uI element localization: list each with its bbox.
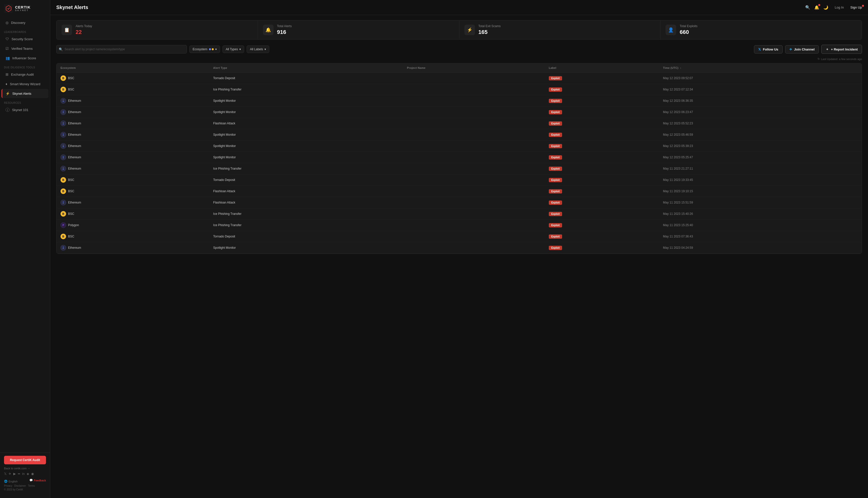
- exploit-badge: Exploit: [549, 189, 562, 194]
- cell-project-name: [403, 73, 545, 84]
- terms-link[interactable]: Terms: [28, 484, 35, 487]
- ecosystem-icon: B: [61, 188, 66, 194]
- col-time[interactable]: Time (UTC) ↕: [659, 63, 862, 73]
- table-row[interactable]: Ξ Ethereum Flashloan Attack Exploit May …: [56, 118, 862, 129]
- ecosystem-icon: B: [61, 211, 66, 217]
- table-row[interactable]: Ξ Ethereum Spotlight Monitor Exploit May…: [56, 242, 862, 253]
- table-row[interactable]: Ξ Ethereum Spotlight Monitor Exploit May…: [56, 129, 862, 141]
- language-selector[interactable]: 🌐 English: [4, 480, 17, 483]
- table-row[interactable]: Ξ Ethereum Ice Phishing Transfer Exploit…: [56, 163, 862, 174]
- cell-ecosystem: B BSC: [56, 186, 209, 197]
- grid-icon: ⊞: [5, 73, 9, 76]
- ecosystem-icon: B: [61, 87, 66, 92]
- cell-project-name: [403, 118, 545, 129]
- types-filter[interactable]: All Types ▾: [223, 45, 244, 53]
- discord-icon[interactable]: ◈: [27, 472, 29, 476]
- search-icon[interactable]: 🔍: [805, 5, 810, 10]
- cell-project-name: [403, 84, 545, 95]
- cell-ecosystem: Ξ Ethereum: [56, 106, 209, 118]
- cell-alert-type: Spotlight Monitor: [209, 106, 403, 118]
- logo-skynet-text: SKYNET: [15, 9, 31, 12]
- cell-ecosystem: B BSC: [56, 231, 209, 242]
- table-row[interactable]: B BSC Ice Phishing Transfer Exploit May …: [56, 208, 862, 220]
- cell-time: May 11 2023 15:51:59: [659, 197, 862, 208]
- stat-total-exploits: 👤 Total Exploits 660: [660, 21, 862, 39]
- ecosystem-icon: Ξ: [61, 155, 66, 160]
- dark-mode-icon[interactable]: 🌙: [823, 5, 828, 10]
- sidebar-item-skynet-101[interactable]: i Skynet 101: [1, 105, 49, 114]
- search-input[interactable]: [56, 45, 187, 53]
- cell-time: May 12 2023 05:46:59: [659, 129, 862, 141]
- feedback-link[interactable]: 💬 Feedback: [29, 479, 46, 482]
- sidebar-item-security-score[interactable]: 🛡 Security Score: [1, 35, 49, 43]
- sidebar-item-influencer-score[interactable]: 👥 Influencer Score: [1, 53, 49, 63]
- refresh-icon: ↻: [817, 57, 820, 61]
- table-row[interactable]: B BSC Ice Phishing Transfer Exploit May …: [56, 84, 862, 95]
- table-row[interactable]: B BSC Tornado Deposit Exploit May 11 202…: [56, 231, 862, 242]
- cell-time: May 11 2023 04:24:59: [659, 242, 862, 253]
- sidebar-item-verified-teams[interactable]: ☑ Verified Teams: [1, 44, 49, 53]
- table-row[interactable]: P Polygon Ice Phishing Transfer Exploit …: [56, 220, 862, 231]
- cell-alert-type: Ice Phishing Transfer: [209, 163, 403, 174]
- col-ecosystem: Ecosystem: [56, 63, 209, 73]
- total-alerts-icon: 🔔: [263, 25, 273, 35]
- ecosystem-icon: Ξ: [61, 132, 66, 137]
- back-to-certik-link[interactable]: Back to certik.com →: [4, 467, 46, 470]
- ecosystem-name: Ethereum: [68, 246, 81, 249]
- twitter-icon[interactable]: 𝕏: [4, 472, 6, 476]
- signup-button[interactable]: Sign Up: [851, 5, 862, 9]
- sort-arrow-icon: ↕: [680, 67, 681, 69]
- ecosystem-filter-badges: [209, 48, 214, 50]
- last-updated: ↻ Last Updated: a few seconds ago: [817, 57, 862, 61]
- request-audit-button[interactable]: Request CertiK Audit: [4, 456, 46, 464]
- cell-time: May 11 2023 21:27:11: [659, 163, 862, 174]
- ecosystem-name: BSC: [68, 178, 74, 182]
- sidebar-item-label: Influencer Score: [12, 56, 36, 60]
- table-row[interactable]: Ξ Ethereum Spotlight Monitor Exploit May…: [56, 106, 862, 118]
- follow-us-button[interactable]: 𝕏 Follow Us: [754, 45, 782, 53]
- privacy-link[interactable]: Privacy: [4, 484, 12, 487]
- labels-filter[interactable]: All Labels ▾: [246, 45, 269, 53]
- cell-ecosystem: P Polygon: [56, 220, 209, 231]
- sidebar-item-exchange-audit[interactable]: ⊞ Exchange Audit: [1, 70, 49, 79]
- medium-icon[interactable]: ▪▪: [18, 472, 20, 476]
- report-incident-button[interactable]: ＋ + Report Incident: [821, 45, 862, 54]
- table-row[interactable]: Ξ Ethereum Spotlight Monitor Exploit May…: [56, 141, 862, 152]
- sidebar-item-smart-money-wizard[interactable]: ♦ Smart Money Wizard: [1, 79, 49, 89]
- table-row[interactable]: B BSC Tornado Deposit Exploit May 11 202…: [56, 174, 862, 186]
- sidebar-item-discovery[interactable]: ◎ Discovery: [1, 18, 49, 27]
- join-channel-button[interactable]: ✈ Join Channel: [785, 45, 819, 53]
- shield-icon: 🛡: [5, 37, 9, 41]
- ecosystem-filter[interactable]: Ecosystem ▾: [189, 45, 220, 53]
- table-row[interactable]: Ξ Ethereum Flashloan Attack Exploit May …: [56, 197, 862, 208]
- login-button[interactable]: Log In: [832, 4, 846, 11]
- disclaimer-link[interactable]: Disclaimer: [14, 484, 26, 487]
- cell-alert-type: Ice Phishing Transfer: [209, 208, 403, 220]
- feedback-icon: 💬: [29, 479, 33, 482]
- ecosystem-name: Polygon: [68, 223, 79, 227]
- telegram-icon[interactable]: ✈: [9, 472, 11, 476]
- notifications-icon[interactable]: 🔔: [814, 5, 819, 10]
- exploit-badge: Exploit: [549, 99, 562, 103]
- alerts-today-label: Alerts Today: [76, 24, 92, 28]
- cell-label: Exploit: [545, 95, 659, 106]
- cell-alert-type: Flashloan Attack: [209, 197, 403, 208]
- sidebar: CERTIK SKYNET ◎ Discovery Leaderboards 🛡…: [0, 0, 50, 498]
- wechat-icon[interactable]: ◉: [31, 472, 34, 476]
- sidebar-item-skynet-alerts[interactable]: ⚡ Skynet Alerts: [1, 89, 49, 98]
- cell-project-name: [403, 197, 545, 208]
- table-row[interactable]: B BSC Tornado Deposit Exploit May 12 202…: [56, 73, 862, 84]
- linkedin-icon[interactable]: in: [22, 472, 25, 476]
- youtube-icon[interactable]: ▶: [13, 472, 16, 476]
- exploits-icon: 👤: [666, 25, 676, 35]
- cell-alert-type: Tornado Deposit: [209, 231, 403, 242]
- table-row[interactable]: Ξ Ethereum Spotlight Monitor Exploit May…: [56, 95, 862, 106]
- ecosystem-name: Ethereum: [68, 133, 81, 136]
- cell-label: Exploit: [545, 152, 659, 163]
- sidebar-item-label: Verified Teams: [11, 47, 33, 51]
- table-row[interactable]: B BSC Flashloan Attack Exploit May 11 20…: [56, 186, 862, 197]
- ecosystem-icon: Ξ: [61, 109, 66, 115]
- exploit-badge: Exploit: [549, 234, 562, 239]
- certik-logo-icon: [4, 4, 13, 13]
- table-row[interactable]: Ξ Ethereum Spotlight Monitor Exploit May…: [56, 152, 862, 163]
